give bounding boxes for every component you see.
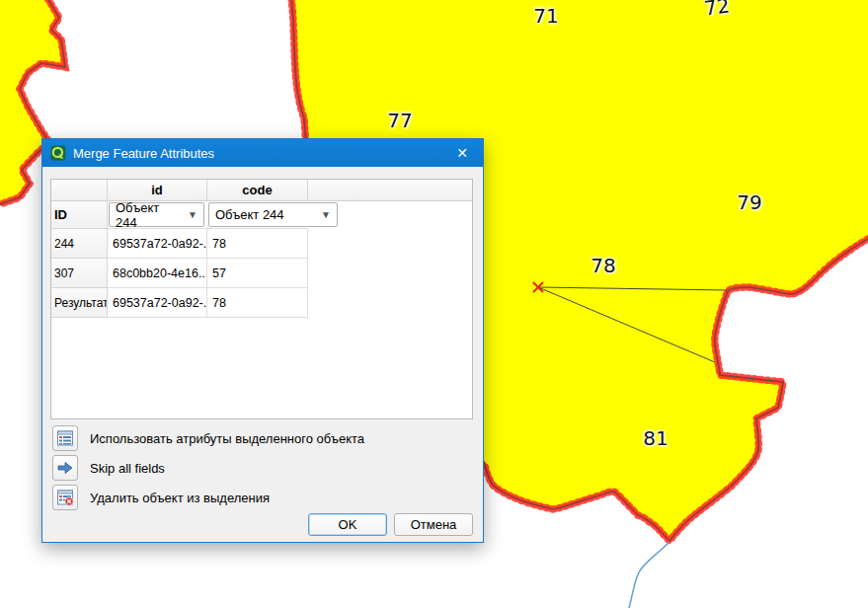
column-header-code[interactable]: code <box>207 180 308 201</box>
cell-307-id[interactable]: 68c0bb20-4e16... <box>108 259 207 288</box>
column-header-id[interactable]: id <box>108 180 207 201</box>
row-header-result: Результат <box>51 288 108 318</box>
merge-mode-combobox-id[interactable]: Объект 244 ▼ <box>109 202 204 227</box>
map-label: 81 <box>643 426 668 450</box>
map-label: 71 <box>533 4 558 28</box>
sliver-feature-lines <box>538 287 727 362</box>
skip-all-fields-label: Skip all fields <box>90 461 165 476</box>
row-header-307: 307 <box>51 259 108 288</box>
use-selected-attributes-button[interactable] <box>52 425 78 451</box>
action-row: Удалить объект из выделения <box>52 485 270 510</box>
cell-244-id[interactable]: 69537a72-0a92-... <box>108 229 207 259</box>
combo-value: Объект 244 <box>116 200 178 230</box>
cell-244-code[interactable]: 78 <box>207 229 308 259</box>
merge-attributes-table: id code ID Объект 244 ▼ Объект 244 ▼ 244… <box>50 179 473 419</box>
map-label: 77 <box>387 109 412 132</box>
table-corner-header <box>51 180 108 201</box>
dialog-titlebar[interactable]: Merge Feature Attributes <box>42 139 483 167</box>
row-header-244: 244 <box>51 229 108 259</box>
attributes-table-icon <box>56 429 74 447</box>
cell-result-code[interactable]: 78 <box>207 288 308 318</box>
combo-value: Объект 244 <box>215 207 284 222</box>
white-region-right <box>484 239 868 608</box>
close-icon[interactable]: ✕ <box>441 139 483 167</box>
cell-307-code[interactable]: 57 <box>207 259 308 288</box>
dialog-title: Merge Feature Attributes <box>73 146 214 161</box>
row-header-id: ID <box>51 201 108 229</box>
cancel-button[interactable]: Отмена <box>394 513 473 536</box>
remove-feature-from-selection-label: Удалить объект из выделения <box>90 491 270 505</box>
merge-mode-cell-code: Объект 244 ▼ <box>207 201 308 229</box>
remove-selection-icon <box>56 489 74 506</box>
arrow-right-icon <box>56 459 74 477</box>
action-row: Skip all fields <box>52 455 165 481</box>
chevron-down-icon: ▼ <box>178 209 197 220</box>
chevron-down-icon: ▼ <box>311 209 331 220</box>
map-label: 79 <box>737 190 761 214</box>
use-selected-attributes-label: Использовать атрибуты выделенного объект… <box>90 431 364 446</box>
merge-mode-combobox-code[interactable]: Объект 244 ▼ <box>208 202 338 227</box>
ok-button[interactable]: OK <box>308 513 387 536</box>
remove-feature-from-selection-button[interactable] <box>52 485 78 510</box>
merge-mode-cell-id: Объект 244 ▼ <box>108 201 207 229</box>
skip-all-fields-button[interactable] <box>52 455 78 481</box>
merge-feature-attributes-dialog: Merge Feature Attributes ✕ id code ID Об… <box>41 138 484 543</box>
map-canvas[interactable]: 71 72 77 79 78 81 Merge Feature Attribut… <box>0 0 868 608</box>
column-header-filler <box>308 180 472 201</box>
map-label: 78 <box>591 254 615 277</box>
map-label: 72 <box>703 0 732 21</box>
qgis-logo-icon <box>50 145 66 161</box>
cell-result-id[interactable]: 69537a72-0a92-... <box>108 288 207 318</box>
action-row: Использовать атрибуты выделенного объект… <box>52 425 364 451</box>
